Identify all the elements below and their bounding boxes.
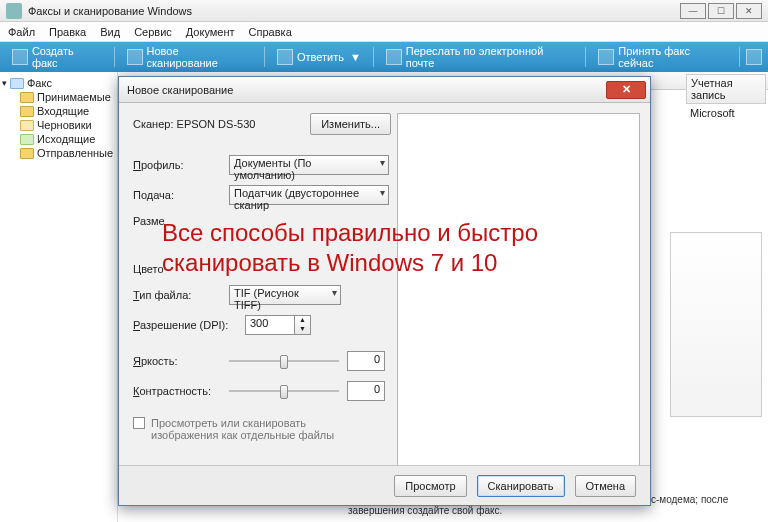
dpi-spinner[interactable]: ▲▼ [295,315,311,335]
fax-icon [12,49,28,65]
menubar: Файл Правка Вид Сервис Документ Справка [0,22,768,42]
folder-icon [20,148,34,159]
tb-forward[interactable]: Переслать по электронной почте [380,43,580,71]
profile-select[interactable]: Документы (По умолчанию) [229,155,389,175]
menu-view[interactable]: Вид [100,26,120,38]
folder-icon [20,120,34,131]
tool-extra-icon[interactable] [746,49,762,65]
tb-receive[interactable]: Принять факс сейчас [592,43,733,71]
menu-service[interactable]: Сервис [134,26,172,38]
tree-item-drafts[interactable]: Черновики [2,118,115,132]
minimize-button[interactable]: — [680,3,706,19]
tree-item-inbox[interactable]: Входящие [2,104,115,118]
forward-icon [386,49,402,65]
toolbar: Создать факс Новое сканирование Ответить… [0,42,768,72]
tb-new-scan[interactable]: Новое сканирование [121,43,258,71]
menu-document[interactable]: Документ [186,26,235,38]
tb-reply[interactable]: Ответить▼ [271,47,367,67]
scan-button[interactable]: Сканировать [477,475,565,497]
sidebar: ▾Факс Принимаемые Входящие Черновики Исх… [0,72,118,522]
new-scan-dialog: Новое сканирование ✕ Сканер: EPSON DS-53… [118,76,651,506]
dialog-title: Новое сканирование [127,84,233,96]
contrast-slider[interactable] [229,383,339,399]
app-title: Факсы и сканирование Windows [28,5,192,17]
feed-select[interactable]: Податчик (двустороннее сканир [229,185,389,205]
tree-item-sent[interactable]: Отправленные [2,146,115,160]
change-scanner-button[interactable]: Изменить... [310,113,391,135]
dialog-close-button[interactable]: ✕ [606,81,646,99]
menu-help[interactable]: Справка [249,26,292,38]
brightness-value[interactable]: 0 [347,351,385,371]
separate-files-label: Просмотреть или сканировать изображения … [151,417,371,441]
color-label: Цвето [133,263,229,275]
scan-preview-area [397,113,640,483]
menu-edit[interactable]: Правка [49,26,86,38]
folder-icon [20,106,34,117]
scanner-label: Сканер: EPSON DS-530 [133,118,255,130]
filetype-label: Тип файла: [133,289,229,301]
filetype-select[interactable]: TIF (Рисунок TIFF) [229,285,341,305]
receive-icon [598,49,614,65]
profile-label: Профиль: [133,159,229,171]
brightness-label: Яркость: [133,355,229,367]
preview-button[interactable]: Просмотр [394,475,466,497]
tb-new-fax[interactable]: Создать факс [6,43,108,71]
account-header[interactable]: Учетная запись [686,74,766,104]
cancel-button[interactable]: Отмена [575,475,636,497]
size-label: Разме [133,215,229,227]
dpi-label: Разрешение (DPI): [133,319,245,331]
separate-files-checkbox [133,417,145,429]
account-value: Microsoft [686,104,766,122]
folder-icon [20,134,34,145]
contrast-label: Контрастность: [133,385,229,397]
tree-item-receiving[interactable]: Принимаемые [2,90,115,104]
feed-label: Подача: [133,189,229,201]
app-icon [6,3,22,19]
reply-icon [277,49,293,65]
app-titlebar: Факсы и сканирование Windows — ☐ ✕ [0,0,768,22]
preview-pane [670,232,762,417]
maximize-button[interactable]: ☐ [708,3,734,19]
brightness-slider[interactable] [229,353,339,369]
menu-file[interactable]: Файл [8,26,35,38]
folder-icon [10,78,24,89]
scan-icon [127,49,143,65]
close-button[interactable]: ✕ [736,3,762,19]
contrast-value[interactable]: 0 [347,381,385,401]
tree-root-fax[interactable]: ▾Факс [2,76,115,90]
folder-icon [20,92,34,103]
tree-item-outgoing[interactable]: Исходящие [2,132,115,146]
dpi-input[interactable]: 300 [245,315,295,335]
